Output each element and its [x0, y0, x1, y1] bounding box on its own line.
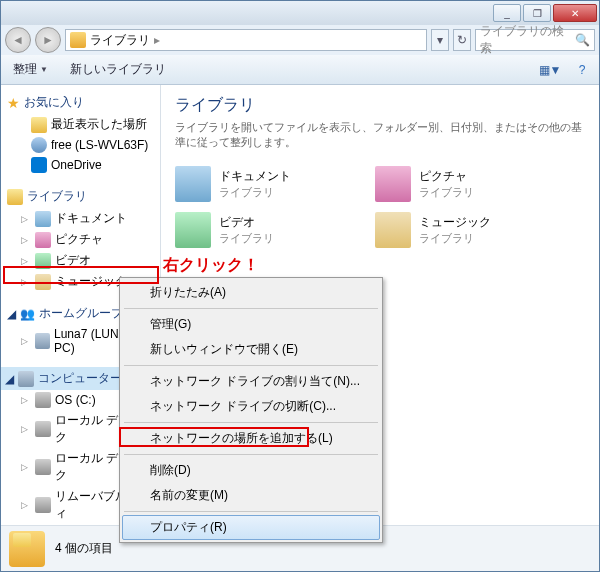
library-name: ビデオ [219, 214, 274, 231]
recent-icon [31, 117, 47, 133]
minimize-button[interactable]: _ [493, 4, 521, 22]
expand-icon[interactable]: ◢ [7, 307, 16, 321]
refresh-button[interactable]: ↻ [453, 29, 471, 51]
menu-item[interactable]: 名前の変更(M) [122, 483, 380, 508]
expand-icon[interactable]: ▷ [21, 214, 31, 224]
nav-item-label: free (LS-WVL63F) [51, 138, 148, 152]
menu-item[interactable]: ネットワーク ドライブの割り当て(N)... [122, 369, 380, 394]
page-subtitle: ライブラリを開いてファイルを表示し、フォルダー別、日付別、またはその他の基準に従… [175, 120, 585, 150]
doc-icon [35, 211, 51, 227]
new-library-button[interactable]: 新しいライブラリ [64, 58, 172, 81]
drv-icon [35, 497, 51, 513]
expand-icon[interactable]: ▷ [21, 424, 31, 434]
menu-item[interactable]: 新しいウィンドウで開く(E) [122, 337, 380, 362]
drv-icon [35, 421, 51, 437]
net-icon [31, 137, 47, 153]
maximize-button[interactable]: ❐ [523, 4, 551, 22]
address-bar-row: ◄ ► ライブラリ ▸ ▾ ↻ ライブラリの検索 🔍 [1, 25, 599, 55]
address-dropdown[interactable]: ▾ [431, 29, 449, 51]
libraries-icon [70, 32, 86, 48]
explorer-window: _ ❐ ✕ ◄ ► ライブラリ ▸ ▾ ↻ ライブラリの検索 🔍 整理▼ 新しい… [0, 0, 600, 572]
nav-item[interactable]: OneDrive [1, 155, 160, 175]
nav-item[interactable]: ▷ピクチャ [1, 229, 160, 250]
close-button[interactable]: ✕ [553, 4, 597, 22]
help-button[interactable]: ? [571, 59, 593, 81]
nav-item[interactable]: 最近表示した場所 [1, 114, 160, 135]
nav-item[interactable]: ▷ビデオ [1, 250, 160, 271]
page-title: ライブラリ [175, 95, 585, 116]
library-type: ライブラリ [419, 185, 474, 200]
toolbar: 整理▼ 新しいライブラリ ▦▼ ? [1, 55, 599, 85]
library-grid: ドキュメントライブラリピクチャライブラリビデオライブラリミュージックライブラリ [175, 166, 585, 248]
nav-item[interactable]: ▷ドキュメント [1, 208, 160, 229]
favorites-header[interactable]: ★お気に入り [1, 91, 160, 114]
menu-separator [124, 365, 378, 366]
nav-item-label: OS (C:) [55, 393, 96, 407]
libraries-header[interactable]: ライブラリ [1, 185, 160, 208]
nav-item-label: OneDrive [51, 158, 102, 172]
user-icon [35, 333, 50, 349]
menu-item[interactable]: ネットワークの場所を追加する(L) [122, 426, 380, 451]
vid-icon [35, 253, 51, 269]
expand-icon[interactable]: ▷ [21, 336, 31, 346]
titlebar: _ ❐ ✕ [1, 1, 599, 25]
expand-icon[interactable]: ▷ [21, 462, 31, 472]
nav-item-label: ミュージック [55, 273, 127, 290]
item-count: 4 個の項目 [55, 540, 113, 557]
drv-icon [35, 392, 51, 408]
nav-item-label: 最近表示した場所 [51, 116, 147, 133]
menu-item[interactable]: ネットワーク ドライブの切断(C)... [122, 394, 380, 419]
expand-icon[interactable]: ▷ [21, 500, 31, 510]
menu-separator [124, 308, 378, 309]
expand-icon[interactable]: ◢ [5, 372, 14, 386]
nav-item-label: ドキュメント [55, 210, 127, 227]
context-menu: 折りたたみ(A)管理(G)新しいウィンドウで開く(E)ネットワーク ドライブの割… [119, 277, 383, 543]
menu-item[interactable]: 削除(D) [122, 458, 380, 483]
library-type: ライブラリ [219, 185, 291, 200]
body: ★お気に入り 最近表示した場所free (LS-WVL63F)OneDrive … [1, 85, 599, 525]
one-icon [31, 157, 47, 173]
expand-icon[interactable]: ▷ [21, 277, 31, 287]
library-name: ミュージック [419, 214, 491, 231]
mus-icon [35, 274, 51, 290]
chevron-down-icon: ▼ [40, 65, 48, 74]
forward-button[interactable]: ► [35, 27, 61, 53]
library-name: ピクチャ [419, 168, 474, 185]
nav-item-label: ピクチャ [55, 231, 103, 248]
drv-icon [35, 459, 51, 475]
folder-icon [9, 531, 45, 567]
mus-library-icon [375, 212, 411, 248]
libraries-group: ライブラリ ▷ドキュメント▷ピクチャ▷ビデオ▷ミュージック [1, 185, 160, 292]
menu-separator [124, 422, 378, 423]
organize-button[interactable]: 整理▼ [7, 58, 54, 81]
library-type: ライブラリ [419, 231, 491, 246]
menu-separator [124, 511, 378, 512]
pic-library-icon [375, 166, 411, 202]
expand-icon[interactable]: ▷ [21, 256, 31, 266]
library-name: ドキュメント [219, 168, 291, 185]
menu-separator [124, 454, 378, 455]
search-input[interactable]: ライブラリの検索 🔍 [475, 29, 595, 51]
nav-item-label: ビデオ [55, 252, 91, 269]
library-item[interactable]: ピクチャライブラリ [375, 166, 555, 202]
menu-item[interactable]: プロパティ(R) [122, 515, 380, 540]
search-icon: 🔍 [575, 33, 590, 47]
homegroup-icon: 👥 [20, 307, 35, 321]
libraries-icon [7, 189, 23, 205]
library-type: ライブラリ [219, 231, 274, 246]
breadcrumb[interactable]: ライブラリ [90, 32, 150, 49]
back-button[interactable]: ◄ [5, 27, 31, 53]
library-item[interactable]: ビデオライブラリ [175, 212, 355, 248]
nav-item[interactable]: free (LS-WVL63F) [1, 135, 160, 155]
breadcrumb-separator-icon[interactable]: ▸ [154, 33, 160, 47]
expand-icon[interactable]: ▷ [21, 395, 31, 405]
favorites-group: ★お気に入り 最近表示した場所free (LS-WVL63F)OneDrive [1, 91, 160, 175]
library-item[interactable]: ミュージックライブラリ [375, 212, 555, 248]
star-icon: ★ [7, 95, 20, 111]
menu-item[interactable]: 管理(G) [122, 312, 380, 337]
expand-icon[interactable]: ▷ [21, 235, 31, 245]
view-button[interactable]: ▦▼ [539, 59, 561, 81]
address-bar[interactable]: ライブラリ ▸ [65, 29, 427, 51]
library-item[interactable]: ドキュメントライブラリ [175, 166, 355, 202]
menu-item[interactable]: 折りたたみ(A) [122, 280, 380, 305]
